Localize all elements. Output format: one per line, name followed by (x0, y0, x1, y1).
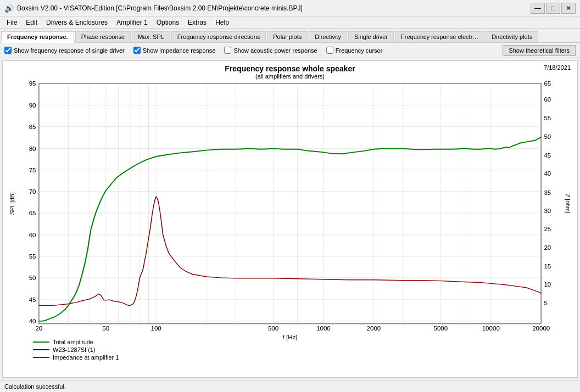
acoustic-checkbox[interactable] (224, 47, 231, 54)
chart-title-area: Frequency response whole speaker (all am… (3, 61, 577, 80)
legend-item: W23-1287SI (1) (33, 346, 119, 353)
svg-text:55: 55 (29, 253, 36, 259)
tab-0[interactable]: Frequency response. (1, 31, 74, 43)
menu-item-edit[interactable]: Edit (21, 18, 42, 27)
svg-text:25: 25 (544, 226, 551, 232)
x-axis-label: f [Hz] (283, 334, 298, 340)
chart-container: Frequency response whole speaker (all am… (2, 60, 578, 378)
svg-text:20: 20 (35, 326, 42, 332)
tabbar: Frequency response.Phase responseMax. SP… (0, 29, 580, 43)
legend-label: Impedance at amplifier 1 (53, 354, 119, 361)
app-icon: 🔊 (4, 4, 14, 13)
acoustic-label: Show acoustic power response (233, 47, 317, 54)
legend-item: Total amplitude (33, 339, 119, 345)
y-axis-label: SPL [dB] (8, 192, 15, 215)
freq-response-label: Show frequency response of single driver (14, 47, 125, 54)
legend-item: Impedance at amplifier 1 (33, 354, 119, 361)
chart-svg: 95 90 85 80 75 70 65 60 55 50 45 40 SPL … (7, 81, 573, 342)
chart-date: 7/18/2021 (544, 64, 571, 71)
svg-text:30: 30 (544, 208, 551, 214)
svg-text:2000: 2000 (367, 326, 381, 332)
svg-text:55: 55 (544, 115, 551, 121)
svg-text:35: 35 (544, 189, 551, 195)
svg-text:70: 70 (29, 188, 36, 194)
chart-subtitle: (all amplifiers and drivers) (3, 73, 577, 80)
menu-item-options[interactable]: Options (152, 18, 183, 27)
svg-text:60: 60 (544, 97, 551, 103)
tab-5[interactable]: Directivity (309, 31, 347, 42)
svg-text:20: 20 (544, 245, 551, 251)
minimize-button[interactable]: — (531, 3, 545, 14)
tab-6[interactable]: Single driver (348, 31, 394, 42)
svg-text:20000: 20000 (532, 326, 550, 332)
chart-main-title: Frequency response whole speaker (3, 64, 577, 73)
menu-item-extras[interactable]: Extras (183, 18, 211, 27)
legend-line (33, 349, 49, 350)
titlebar: 🔊 Boxsim V2.00 - VISATON-Edition [C:\Pro… (0, 0, 580, 16)
svg-text:65: 65 (544, 81, 551, 86)
svg-text:10: 10 (544, 282, 551, 288)
statusbar: Calculation successful. (0, 380, 580, 392)
tab-7[interactable]: Frequency response electr… (395, 31, 484, 42)
svg-text:5: 5 (544, 300, 547, 306)
chart-plot-area: 95 90 85 80 75 70 65 60 55 50 45 40 SPL … (7, 81, 573, 342)
svg-text:60: 60 (29, 232, 36, 238)
svg-text:50: 50 (544, 133, 551, 139)
svg-text:40: 40 (544, 171, 551, 177)
svg-text:10000: 10000 (482, 326, 500, 332)
impedance-checkbox[interactable] (133, 47, 141, 54)
svg-text:45: 45 (544, 152, 551, 158)
frequency-cursor-checkbox[interactable] (326, 47, 333, 54)
svg-text:85: 85 (29, 124, 36, 130)
svg-text:5000: 5000 (433, 326, 448, 332)
svg-text:15: 15 (544, 263, 551, 269)
svg-text:65: 65 (29, 210, 36, 216)
menu-item-amplifier1[interactable]: Amplifier 1 (112, 18, 152, 27)
tab-1[interactable]: Phase response (75, 31, 131, 42)
svg-text:95: 95 (29, 81, 36, 86)
show-impedance-check[interactable]: Show impedance response (133, 47, 216, 54)
svg-text:40: 40 (29, 318, 36, 324)
window-title: Boxsim V2.00 - VISATON-Edition [C:\Progr… (17, 4, 303, 12)
y2-axis-label: Z [ohm] (565, 194, 572, 213)
tab-4[interactable]: Polar plots (267, 31, 308, 42)
close-button[interactable]: ✕ (561, 3, 576, 14)
svg-rect-0 (39, 83, 541, 324)
legend-line (33, 357, 49, 358)
frequency-cursor-label: Frequency cursor (336, 47, 383, 54)
menu-item-file[interactable]: File (2, 18, 21, 27)
legend-label: Total amplitude (53, 339, 93, 345)
menu-item-driversenclosures[interactable]: Drivers & Enclosures (42, 18, 112, 27)
legend: Total amplitudeW23-1287SI (1)Impedance a… (33, 338, 119, 361)
svg-text:1000: 1000 (316, 326, 331, 332)
svg-text:100: 100 (151, 326, 161, 332)
svg-text:50: 50 (102, 326, 109, 332)
main-layout: Frequency response whole speaker (all am… (0, 58, 580, 380)
legend-label: W23-1287SI (1) (53, 346, 96, 353)
status-message: Calculation successful. (4, 383, 66, 390)
impedance-label: Show impedance response (143, 47, 216, 54)
show-freq-response-check[interactable]: Show frequency response of single driver (4, 47, 125, 54)
svg-text:80: 80 (29, 145, 36, 152)
legend-line (33, 341, 49, 343)
freq-response-checkbox[interactable] (4, 47, 12, 54)
menu-item-help[interactable]: Help (211, 18, 233, 27)
svg-text:500: 500 (268, 326, 278, 332)
svg-text:90: 90 (29, 102, 36, 108)
tab-8[interactable]: Directivity plots (486, 31, 538, 42)
svg-text:45: 45 (29, 296, 36, 303)
tab-3[interactable]: Frequency response directions (171, 31, 266, 42)
menubar: FileEditDrivers & EnclosuresAmplifier 1O… (0, 16, 580, 29)
tab-2[interactable]: Max. SPL (132, 31, 170, 42)
show-acoustic-check[interactable]: Show acoustic power response (224, 47, 317, 54)
show-theoretical-filters-button[interactable]: Show theoretical filters (503, 45, 576, 56)
checkbar: Show frequency response of single driver… (0, 43, 580, 58)
svg-text:75: 75 (29, 167, 36, 173)
window-controls: — □ ✕ (531, 3, 576, 14)
maximize-button[interactable]: □ (546, 3, 560, 14)
frequency-cursor-check[interactable]: Frequency cursor (326, 47, 383, 54)
svg-text:50: 50 (29, 275, 36, 281)
